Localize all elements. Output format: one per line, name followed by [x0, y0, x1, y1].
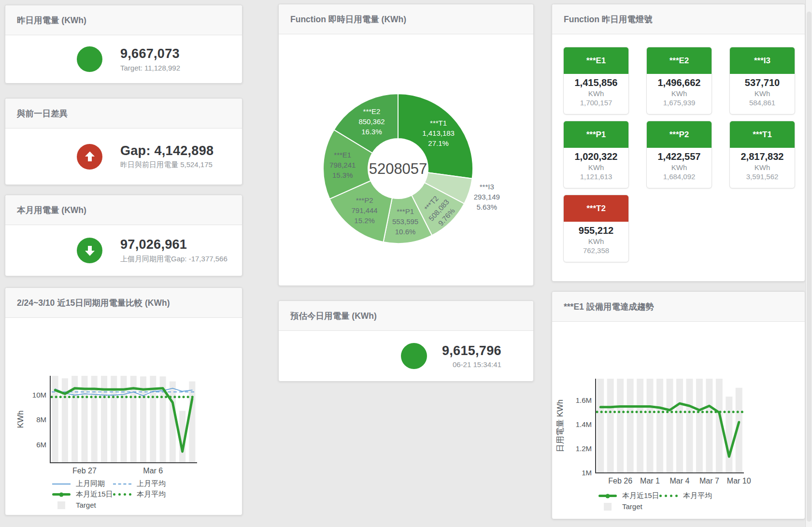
- panel-title[interactable]: 與前一日差異: [17, 108, 68, 119]
- vertical-scrollbar[interactable]: [805, 0, 812, 527]
- stat-subtext: 昨日與前日用電量 5,524,175: [120, 160, 214, 170]
- panel-title[interactable]: ***E1 設備用電達成趨勢: [564, 301, 654, 313]
- green-circle-icon: [401, 343, 427, 369]
- panel-header: 昨日用電量 (KWh): [5, 5, 242, 35]
- tile-unit: KWh: [564, 163, 628, 171]
- panel-title[interactable]: 預估今日用電量 (KWh): [290, 310, 377, 322]
- tile-unit: KWh: [564, 237, 628, 245]
- y-axis-label: KWh: [16, 411, 25, 428]
- panel-realtime-donut: Function 即時日用電量 (KWh) ***T11,413,18327.1…: [278, 4, 534, 286]
- panel-header: Function 昨日用電燈號: [552, 4, 805, 34]
- tile-value: 537,710: [730, 77, 795, 88]
- panel-header: 2/24~3/10 近15日同期用電量比較 (KWh): [5, 288, 242, 318]
- trend-chart-legend: 本月近15日本月平均Target: [598, 492, 712, 513]
- scrollbar-thumb[interactable]: [807, 12, 812, 522]
- tile-unit: KWh: [730, 163, 795, 171]
- x-tick-label: Mar 1: [640, 477, 660, 485]
- legend-item[interactable]: 本月近15日: [52, 490, 113, 499]
- stat-subtext: Target: 11,128,992: [120, 64, 180, 72]
- tile-status-header: ***T1: [730, 121, 795, 148]
- legend-item[interactable]: 本月平均: [113, 490, 166, 499]
- legend-target-swatch: [57, 501, 65, 509]
- tile-target: 1,684,092: [647, 172, 712, 181]
- legend-dashed-marker: [113, 484, 131, 484]
- target-bar: [667, 379, 673, 473]
- compare-chart-legend: 上月同期上月平均本月近15日本月平均Target: [52, 480, 166, 512]
- panel-title[interactable]: 本月用電量 (KWh): [17, 204, 86, 216]
- panel-header: 與前一日差異: [5, 99, 242, 128]
- target-bar: [726, 397, 732, 473]
- tile-unit: KWh: [564, 89, 628, 98]
- stat-value: 9,667,073: [120, 46, 180, 61]
- legend-item[interactable]: Target: [598, 502, 642, 511]
- legend-target-swatch: [604, 503, 612, 511]
- panel-title[interactable]: 昨日用電量 (KWh): [17, 14, 86, 26]
- arrow-down-circle-icon: [77, 238, 102, 263]
- panel-e1-trend-chart: ***E1 設備用電達成趨勢 1M1.2M1.4M1.6MFeb 26Mar 1…: [552, 291, 805, 519]
- panel-title[interactable]: Function 即時日用電量 (KWh): [290, 14, 406, 25]
- realtime-usage-donut-chart[interactable]: ***T11,413,18327.1%***I3293,1495.63%***T…: [279, 34, 534, 286]
- light-tile-P2: ***P21,422,557KWh1,684,092: [646, 121, 712, 188]
- e1-trend-chart[interactable]: 1M1.2M1.4M1.6MFeb 26Mar 1Mar 4Mar 7Mar 1…: [552, 322, 806, 520]
- stat-body: Gap: 4,142,898 昨日與前日用電量 5,524,175: [5, 128, 242, 185]
- target-bar: [189, 382, 195, 463]
- legend-item[interactable]: Target: [52, 501, 96, 509]
- x-tick-label: Mar 10: [727, 477, 751, 485]
- legend-label: 本月平均: [137, 490, 166, 499]
- legend-item[interactable]: 上月同期: [52, 479, 113, 488]
- light-tile-E2: ***E21,496,662KWh1,675,939: [646, 47, 712, 114]
- y-tick-label: 6M: [36, 441, 46, 449]
- target-bar: [656, 379, 663, 473]
- panel-yesterday-usage: 昨日用電量 (KWh) 9,667,073 Target: 11,128,992: [5, 5, 242, 84]
- light-tile-I3: ***I3537,710KWh584,861: [729, 47, 795, 114]
- tile-status-header: ***P2: [647, 121, 712, 148]
- green-circle-icon: [77, 46, 102, 72]
- panel-title[interactable]: 2/24~3/10 近15日同期用電量比較 (KWh): [17, 297, 170, 309]
- legend-label: Target: [76, 501, 96, 509]
- light-tile-P1: ***P11,020,322KWh1,121,613: [563, 121, 629, 188]
- tile-status-header: ***E2: [647, 47, 712, 74]
- target-bar: [706, 379, 712, 473]
- panel-today-estimate: 預估今日用電量 (KWh) 9,615,796 06-21 15:34:41: [278, 300, 534, 382]
- tile-body: 955,212KWh762,358: [564, 222, 628, 255]
- target-bar: [597, 379, 604, 473]
- stat-value: Gap: 4,142,898: [120, 143, 214, 158]
- legend-label: 本月平均: [683, 491, 712, 500]
- stat-value: 9,615,796: [442, 343, 501, 358]
- tile-body: 1,415,856KWh1,700,157: [564, 74, 628, 107]
- panel-title[interactable]: Function 昨日用電燈號: [564, 14, 653, 25]
- tile-body: 2,817,832KWh3,591,562: [730, 148, 795, 181]
- stat-body: 97,026,961 上個月同期用電Gap: -17,377,566: [5, 225, 242, 276]
- y-axis-label: 日用電量 KWh: [556, 399, 565, 453]
- stat-subtext: 上個月同期用電Gap: -17,377,566: [120, 255, 228, 264]
- target-bar: [696, 379, 703, 473]
- arrow-up-circle-icon: [77, 144, 102, 170]
- tile-body: 1,422,557KWh1,684,092: [647, 148, 712, 181]
- tile-status-header: ***I3: [730, 47, 795, 74]
- tile-target: 1,700,157: [564, 99, 628, 107]
- legend-thick-marker: [52, 493, 71, 496]
- legend-item[interactable]: 本月平均: [659, 491, 712, 500]
- tile-value: 2,817,832: [730, 151, 795, 162]
- panel-header: 預估今日用電量 (KWh): [279, 301, 533, 331]
- tile-unit: KWh: [647, 163, 712, 171]
- tile-value: 955,212: [564, 225, 628, 236]
- y-tick-label: 1.2M: [576, 444, 592, 453]
- target-bar: [617, 379, 624, 473]
- donut-slice-label: ***I3293,1495.63%: [474, 183, 500, 211]
- tile-value: 1,415,856: [564, 77, 628, 88]
- legend-item[interactable]: 上月平均: [113, 479, 166, 488]
- tile-unit: KWh: [730, 89, 795, 98]
- target-bar: [676, 379, 683, 473]
- legend-dotted-marker: [113, 493, 131, 496]
- x-tick-label: Mar 6: [143, 467, 163, 475]
- panel-header: ***E1 設備用電達成趨勢: [552, 292, 805, 322]
- tile-body: 1,020,322KWh1,121,613: [564, 148, 628, 181]
- legend-item[interactable]: 本月近15日: [598, 491, 659, 500]
- panel-header: 本月用電量 (KWh): [5, 195, 242, 225]
- tile-value: 1,422,557: [647, 151, 712, 162]
- light-tile-E1: ***E11,415,856KWh1,700,157: [563, 47, 629, 114]
- panel-header: Function 即時日用電量 (KWh): [279, 4, 533, 34]
- light-tile-T2: ***T2955,212KWh762,358: [563, 195, 629, 262]
- tile-target: 762,358: [564, 246, 628, 255]
